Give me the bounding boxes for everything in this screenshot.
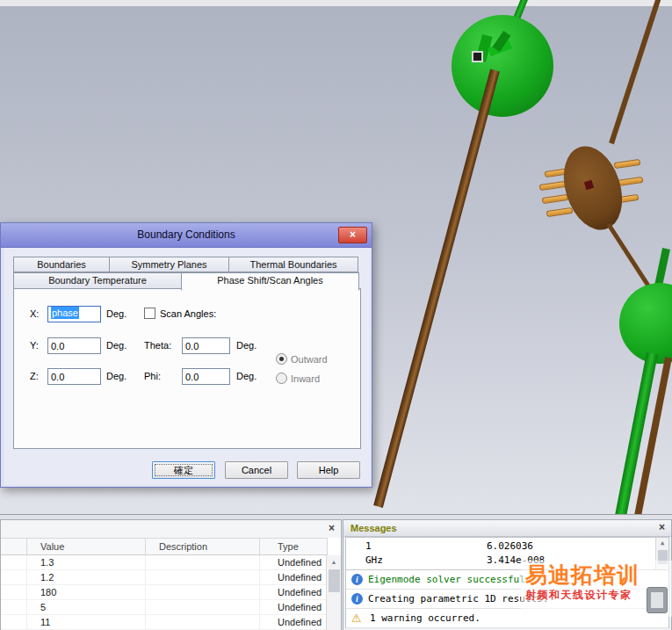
table-row[interactable]: 1.2 Undefined [1,570,328,585]
x-input-selected-text: phase [51,307,79,319]
antenna-sphere-top [452,15,553,117]
parameter-table-body: 1.3 Undefined 1.2 Undefined 180 Undefine… [1,555,328,630]
tab-boundaries[interactable]: Boundaries [13,257,110,272]
feed-rod-link [606,223,650,288]
outward-label[interactable]: Outward [291,354,328,365]
dialog-title: Boundary Conditions [137,228,235,241]
connector-pin [542,194,569,204]
y-input[interactable] [47,337,101,354]
cell-value: 1.2 [27,570,146,584]
watermark-title: 易迪拓培训 [521,561,672,588]
cell-type: Undefined [260,555,328,569]
port-marker [472,51,483,62]
outward-radio[interactable] [276,353,287,365]
theta-label: Theta: [144,340,171,351]
tab-boundary-temperature[interactable]: Boundary Temperature [13,272,182,289]
parameter-panel-close-button[interactable]: × [325,523,338,535]
y-label: Y: [30,340,39,351]
phi-label: Phi: [144,371,161,381]
z-label: Z: [30,371,39,381]
message-text: 1 warning occurred. [370,612,481,624]
parameter-table-header: Value Description Type [1,538,328,555]
phi-deg-label: Deg. [236,371,257,381]
connector-pin [539,181,567,191]
dialog-close-button[interactable]: × [338,227,367,243]
table-row[interactable]: 1.3 Undefined [1,555,328,570]
dialog-client-area: Boundaries Symmetry Planes Thermal Bound… [4,248,370,485]
x-label: X: [30,308,39,319]
cell-value: 1.3 [27,555,146,569]
connector-disk [553,139,632,237]
cell-description [146,585,260,599]
phase-shift-pane: X: phase Deg. Scan Angles: Y: Deg. Theta… [13,288,361,449]
column-header-type[interactable]: Type [260,539,328,554]
y-deg-label: Deg. [106,340,126,351]
tab-symmetry-planes[interactable]: Symmetry Planes [109,257,229,272]
messages-title: Messages [350,523,397,533]
inward-radio[interactable] [276,373,287,384]
cell-type: Undefined [260,570,328,584]
column-header-description[interactable]: Description [146,539,260,554]
scan-angles-checkbox[interactable] [144,308,155,319]
info-icon: i [351,593,363,605]
column-header-blank[interactable] [1,539,27,554]
connector-pin [614,159,641,169]
cancel-button[interactable]: Cancel [225,461,288,479]
viewport-top-edge [0,0,672,6]
close-icon: × [329,522,335,534]
scan-angles-label[interactable]: Scan Angles: [160,308,216,319]
cell-description [146,615,260,629]
x-input[interactable]: phase [47,306,101,322]
cell-description [146,600,260,614]
watermark: 易迪拓培训 射频和天线设计专家 [521,561,672,617]
messages-titlebar[interactable]: Messages × [343,520,671,537]
cell-value: 180 [27,585,146,599]
boundary-conditions-dialog: Boundary Conditions × Boundaries Symmetr… [0,222,372,488]
tab-thermal-boundaries[interactable]: Thermal Boundaries [228,257,358,272]
cell-type: Undefined [260,585,328,599]
cell-value: 11 [27,615,146,629]
radio-dot [279,357,284,361]
connector-pin [546,207,574,217]
parameter-list-panel: × Value Description Type 1.3 Undefined 1… [0,519,342,630]
column-header-value[interactable]: Value [27,539,146,554]
table-row[interactable]: 11 Undefined [1,615,328,630]
table-row[interactable]: 5 Undefined [1,600,328,615]
messages-close-button[interactable]: × [655,522,668,534]
theta-deg-label: Deg. [236,340,257,351]
close-icon: × [659,521,665,533]
watermark-logo-icon [647,587,668,613]
cell-description [146,570,260,584]
phi-input[interactable] [182,368,230,385]
feed-rod-top-right [609,0,662,144]
cell-type: Undefined [260,600,328,614]
z-deg-label: Deg. [106,371,126,381]
close-icon: × [350,228,356,241]
x-deg-label: Deg. [106,308,126,319]
cell-type: Undefined [260,615,328,629]
ok-button[interactable]: 確定 [152,461,215,479]
parameter-table-scrollbar[interactable]: ▲ [326,555,341,630]
theta-input[interactable] [182,337,230,354]
table-row[interactable]: 180 Undefined [1,585,328,600]
scroll-up-icon[interactable]: ▲ [327,555,341,568]
z-input[interactable] [47,368,101,385]
cell-value: 5 [27,600,146,614]
warning-icon: ⚠ [351,612,365,624]
tab-row-1: Boundaries Symmetry Planes Thermal Bound… [13,257,358,272]
help-button[interactable]: Help [297,461,360,479]
dialog-titlebar[interactable]: Boundary Conditions × [1,223,372,248]
parameter-panel-titlebar [1,520,341,538]
inward-label[interactable]: Inward [291,373,320,384]
tab-row-2: Boundary Temperature Phase Shift/Scan An… [13,272,359,289]
cell-description [146,555,260,569]
info-icon: i [351,574,363,585]
scroll-up-icon[interactable]: ▲ [656,538,668,549]
tab-phase-shift-scan-angles[interactable]: Phase Shift/Scan Angles [181,272,359,291]
scrollbar-thumb[interactable] [329,569,340,592]
feed-rod-main [373,69,500,508]
message-text: Eigenmode solver successful [368,574,525,585]
freq-cell: GHz [365,553,383,568]
antenna-sphere-right [619,283,672,364]
